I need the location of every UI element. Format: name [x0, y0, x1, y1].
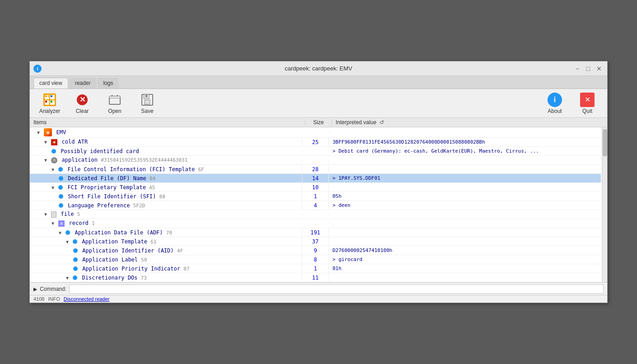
tab-bar: card view reader logs — [30, 76, 607, 89]
open-icon — [108, 93, 122, 107]
tree-row[interactable]: ▼ file 5 — [30, 210, 601, 219]
tree-container[interactable]: ▼ ▦ EMV ▼ ◉ cold ATR 25 3BFF9600FF8131FE… — [30, 127, 607, 282]
tree-row[interactable]: Application Identifier (AID) 4F 9 D27600… — [30, 246, 601, 255]
svg-rect-7 — [51, 95, 52, 97]
tree-cell-label: ▼ file 5 — [30, 210, 302, 219]
file-icon — [51, 211, 56, 218]
maximize-button[interactable]: □ — [584, 64, 593, 73]
dot-icon — [73, 248, 78, 253]
save-icon — [140, 93, 155, 107]
tree-cell-label: Application Identifier (AID) 4F — [30, 247, 302, 255]
command-input[interactable] — [69, 285, 604, 294]
dot-icon — [73, 266, 78, 271]
record-icon: ▤ — [58, 220, 65, 227]
app-icon: ⊡ — [51, 157, 57, 163]
minimize-button[interactable]: − — [573, 64, 582, 73]
dot-icon — [73, 239, 77, 244]
tree-cell-label: ▼ Application Data File (ADF) 70 — [30, 229, 302, 237]
tree-row[interactable]: ▼ File Control Information (FCI) Templat… — [30, 165, 601, 174]
analyzer-button[interactable]: Analyzer — [33, 91, 66, 116]
col-value-header: Interpreted value ↺ — [332, 119, 607, 126]
about-button[interactable]: i About — [539, 91, 571, 116]
toolbar: Analyzer ✕ Clear Open — [30, 89, 607, 118]
tree-row[interactable]: Language Preference 5F2D 4 > deen — [30, 201, 601, 210]
svg-text:✕: ✕ — [80, 96, 85, 103]
tree-row[interactable]: ▼ Discretionary DOs 73 11 — [30, 273, 601, 282]
tree-cell-label: Short File Identifier (SFI) 88 — [30, 192, 302, 201]
tree-cell-label: ▼ FCI Proprietary Template A5 — [30, 183, 302, 191]
dot-icon — [58, 167, 63, 172]
tree-row[interactable]: ▼ ⊡ application #315041592E5359532E44444… — [30, 156, 601, 165]
tab-reader[interactable]: reader — [69, 78, 97, 89]
status-bar: 4108 INFO Disconnected reader — [30, 295, 607, 303]
tree-row-selected[interactable]: Dedicated File (DF) Name 84 14 > 1PAY.SY… — [30, 174, 601, 183]
col-size-header: Size — [305, 119, 332, 126]
about-icon: i — [548, 93, 562, 107]
main-window: i cardpeek: cardpeek: EMV − □ ✕ card vie… — [29, 61, 608, 303]
close-button[interactable]: ✕ — [595, 64, 604, 73]
emv-icon: ▦ — [44, 128, 52, 136]
window-controls: − □ ✕ — [573, 64, 604, 73]
tree-cell-label: ▼ ▤ record 1 — [30, 219, 302, 228]
titlebar: i cardpeek: cardpeek: EMV − □ ✕ — [30, 61, 607, 76]
tree-cell-label: ▼ ▦ EMV — [30, 127, 302, 137]
quit-button[interactable]: ✕ Quit — [571, 91, 604, 116]
clear-button[interactable]: ✕ Clear — [66, 91, 98, 116]
tree-row[interactable]: Application Label 50 8 > girocard — [30, 255, 601, 264]
window-title: cardpeek: cardpeek: EMV — [285, 65, 352, 72]
tree-cell-label: Language Preference 5F2D — [30, 201, 302, 210]
tree-cell-label: ▼ ◉ cold ATR — [30, 138, 302, 146]
dot-icon — [58, 185, 63, 190]
tree-cell-label: Possibly identified card — [30, 147, 302, 155]
table-header: Items Size Interpreted value ↺ — [30, 118, 607, 127]
tree-row[interactable]: ▼ FCI Proprietary Template A5 10 — [30, 183, 601, 192]
analyzer-icon — [42, 93, 57, 107]
tree-cell-label: Application Priority Indicator 87 — [30, 265, 302, 273]
command-bar: ▶ Command: — [30, 282, 607, 295]
atr-icon: ◉ — [51, 139, 57, 145]
dot-icon — [73, 275, 77, 280]
tab-logs[interactable]: logs — [97, 78, 119, 89]
dot-icon — [59, 203, 63, 208]
tree-row[interactable]: ▼ ▤ record 1 — [30, 219, 601, 228]
dot-icon — [59, 194, 63, 199]
tree-row[interactable]: Possibly identified card > Debit card (G… — [30, 147, 601, 156]
tree-row[interactable]: ▼ Application Template 61 37 — [30, 237, 601, 246]
open-button[interactable]: Open — [98, 91, 131, 116]
app-icon: i — [33, 65, 42, 73]
save-button[interactable]: Save — [131, 91, 164, 116]
col-items-header: Items — [30, 119, 305, 126]
status-message[interactable]: Disconnected reader — [64, 296, 110, 302]
tree-cell-label: ▼ ⊡ application #315041592E5359532E44444… — [30, 156, 302, 164]
tab-card-view[interactable]: card view — [33, 78, 68, 89]
scrollbar[interactable] — [602, 127, 607, 282]
status-level: INFO — [48, 296, 60, 302]
svg-rect-6 — [48, 95, 49, 97]
svg-rect-9 — [51, 101, 52, 103]
tree-cell-label: ▼ Discretionary DOs 73 — [30, 274, 302, 282]
refresh-icon[interactable]: ↺ — [379, 119, 384, 126]
tree-row[interactable]: ▼ ▦ EMV — [30, 127, 601, 138]
tree-row[interactable]: Short File Identifier (SFI) 88 1 05h — [30, 192, 601, 201]
dot-icon — [59, 176, 63, 181]
clear-icon: ✕ — [75, 93, 89, 107]
dot-icon — [66, 230, 70, 235]
tree-cell-label: Dedicated File (DF) Name 84 — [30, 174, 302, 182]
svg-rect-17 — [145, 95, 147, 97]
tree-cell-label: Application Label 50 — [30, 256, 302, 264]
command-label: ▶ Command: — [33, 286, 66, 292]
tree-row[interactable]: Application Priority Indicator 87 1 01h — [30, 264, 601, 273]
tree-wrapper: ▼ ▦ EMV ▼ ◉ cold ATR 25 3BFF9600FF8131FE… — [30, 127, 607, 282]
svg-rect-5 — [45, 95, 47, 97]
terminal-icon: ▶ — [33, 286, 37, 292]
tree-row[interactable]: ▼ ◉ cold ATR 25 3BFF9600FF8131FE4565630D… — [30, 138, 601, 147]
scrollbar-thumb[interactable] — [603, 129, 607, 156]
status-code: 4108 — [33, 296, 44, 302]
svg-rect-13 — [109, 96, 120, 98]
tree-cell-label: ▼ Application Template 61 — [30, 238, 302, 246]
dot-icon — [73, 257, 78, 262]
svg-rect-8 — [45, 101, 47, 103]
svg-rect-16 — [145, 100, 150, 104]
dot-icon — [52, 149, 56, 154]
tree-row[interactable]: ▼ Application Data File (ADF) 70 191 — [30, 228, 601, 237]
